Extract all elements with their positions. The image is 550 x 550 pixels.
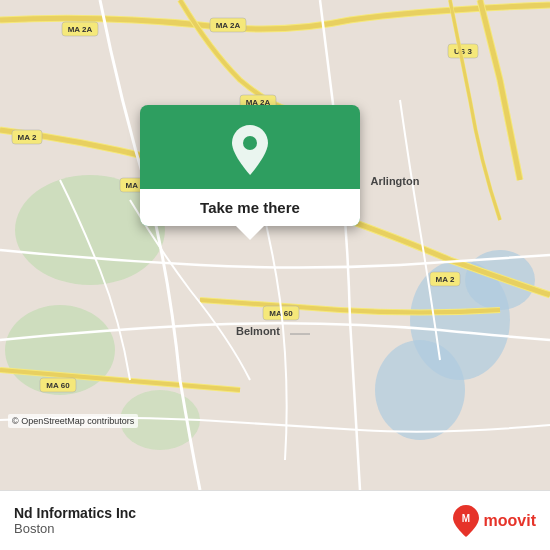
svg-text:US 3: US 3 bbox=[454, 47, 472, 56]
map-attribution: © OpenStreetMap contributors bbox=[8, 414, 138, 428]
svg-text:Belmont: Belmont bbox=[236, 325, 280, 337]
take-me-there-button[interactable]: Take me there bbox=[140, 189, 360, 226]
svg-point-29 bbox=[243, 136, 257, 150]
svg-text:M: M bbox=[461, 513, 469, 524]
company-name: Nd Informatics Inc bbox=[14, 505, 136, 521]
bottom-bar: Nd Informatics Inc Boston M moovit bbox=[0, 490, 550, 550]
map-container: MA 2A MA 2A US 3 MA 2A MA 2 MA 2 MA 2 MA… bbox=[0, 0, 550, 490]
popup-icon-area bbox=[228, 105, 272, 189]
moovit-text: moovit bbox=[484, 512, 536, 530]
svg-text:MA 2: MA 2 bbox=[436, 275, 455, 284]
svg-text:MA 2A: MA 2A bbox=[216, 21, 241, 30]
svg-text:MA 2A: MA 2A bbox=[68, 25, 93, 34]
map-pin-icon bbox=[228, 123, 272, 177]
svg-text:MA 2: MA 2 bbox=[18, 133, 37, 142]
moovit-logo: M moovit bbox=[452, 504, 536, 538]
popup-card[interactable]: Take me there bbox=[140, 105, 360, 226]
city-name: Boston bbox=[14, 521, 136, 536]
svg-text:Arlington: Arlington bbox=[371, 175, 420, 187]
bottom-info: Nd Informatics Inc Boston bbox=[14, 505, 136, 536]
moovit-pin-icon: M bbox=[452, 504, 480, 538]
svg-text:MA 60: MA 60 bbox=[46, 381, 70, 390]
